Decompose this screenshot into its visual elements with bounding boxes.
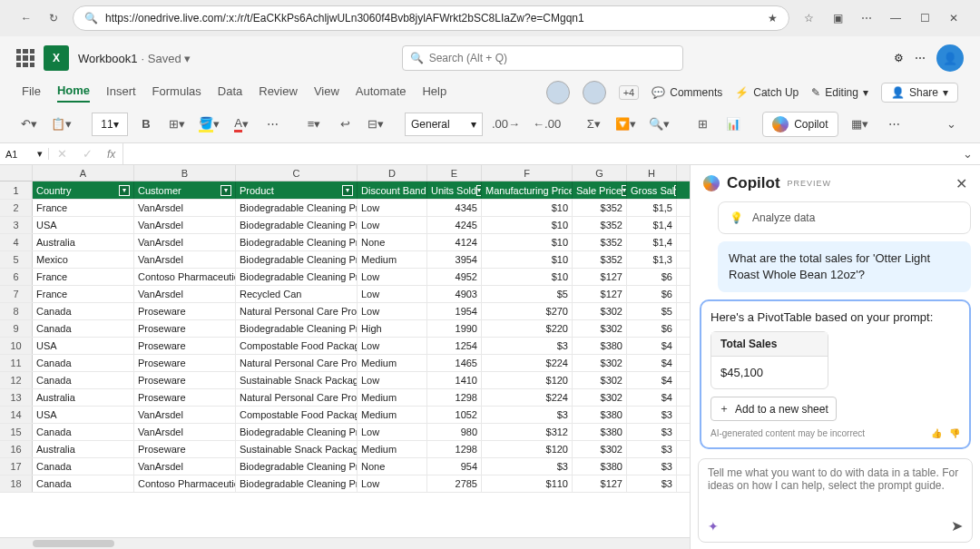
tab-home[interactable]: Home [57, 83, 90, 103]
cell[interactable]: $302 [573, 303, 627, 319]
cell[interactable]: Medium [358, 389, 427, 406]
cell[interactable]: $352 [573, 251, 627, 268]
col-header-F[interactable]: F [482, 165, 573, 181]
cell[interactable]: Canada [33, 355, 134, 371]
cell[interactable]: 4903 [427, 286, 482, 302]
filter-icon[interactable]: ▾ [119, 185, 130, 196]
header-cell[interactable]: Country▾ [33, 181, 134, 199]
cell[interactable]: Biodegradable Cleaning Products [236, 217, 358, 233]
share-button[interactable]: 👤 Share ▾ [881, 83, 958, 103]
row-header[interactable]: 18 [0, 475, 33, 492]
cell[interactable]: VanArsdel [134, 251, 236, 268]
wrap-text-button[interactable]: ↩ [332, 112, 358, 137]
cell[interactable]: 954 [427, 458, 482, 475]
row-header[interactable]: 12 [0, 372, 33, 388]
more-icon[interactable]: ⋯ [915, 52, 926, 64]
cell[interactable]: $352 [573, 200, 627, 216]
cell[interactable]: VanArsdel [134, 217, 236, 233]
cell[interactable]: High [358, 320, 427, 337]
collapse-ribbon-button[interactable]: ⌄ [938, 112, 964, 137]
cell[interactable]: Canada [33, 475, 134, 492]
sort-filter-button[interactable]: 🔽▾ [612, 112, 640, 137]
font-size-input[interactable]: 11 ▾ [92, 113, 128, 136]
font-color-button[interactable]: A▾ [229, 112, 254, 137]
cell[interactable]: Compostable Food Packaging [236, 338, 358, 354]
cell[interactable]: $224 [482, 355, 573, 371]
tab-view[interactable]: View [314, 84, 339, 102]
close-window-icon[interactable]: ✕ [946, 10, 962, 26]
cell[interactable]: Medium [358, 251, 427, 268]
cell[interactable]: Medium [358, 355, 427, 371]
cell[interactable]: Medium [358, 407, 427, 423]
tab-automate[interactable]: Automate [356, 84, 407, 102]
row-header[interactable]: 11 [0, 355, 33, 371]
cell[interactable]: Canada [33, 372, 134, 388]
tab-insert[interactable]: Insert [106, 84, 136, 102]
thumbs-up-icon[interactable]: 👍 [931, 428, 942, 438]
row-header[interactable]: 9 [0, 320, 33, 337]
comments-button[interactable]: 💬 Comments [652, 86, 722, 99]
cell[interactable]: 1954 [427, 303, 482, 319]
cell[interactable]: $352 [573, 234, 627, 250]
cell[interactable]: $3 [627, 407, 677, 423]
cell[interactable]: Low [358, 269, 427, 285]
cell[interactable]: $6 [627, 269, 677, 285]
cell[interactable]: $3 [482, 338, 573, 354]
app-launcher-icon[interactable] [16, 49, 34, 67]
cell[interactable]: Biodegradable Cleaning Products [236, 234, 358, 250]
copilot-prompt-input[interactable] [708, 466, 963, 510]
cell[interactable]: 3954 [427, 251, 482, 268]
cell[interactable]: VanArsdel [134, 286, 236, 302]
cell[interactable]: $4 [627, 355, 677, 371]
cell[interactable]: $302 [573, 441, 627, 457]
row-header[interactable]: 2 [0, 200, 33, 216]
cell[interactable]: France [33, 286, 134, 302]
cell[interactable]: 1465 [427, 355, 482, 371]
cell[interactable]: USA [33, 217, 134, 233]
row-header[interactable]: 4 [0, 234, 33, 250]
horizontal-scrollbar[interactable] [0, 537, 690, 549]
collections-icon[interactable]: ▣ [829, 10, 846, 26]
cell[interactable]: Canada [33, 303, 134, 319]
col-header-E[interactable]: E [427, 165, 482, 181]
cell[interactable]: Australia [33, 234, 134, 250]
cell[interactable]: $10 [482, 269, 573, 285]
cell[interactable]: $120 [482, 441, 573, 457]
cell[interactable]: $127 [573, 475, 627, 492]
cell[interactable]: $1,4 [627, 234, 677, 250]
send-icon[interactable]: ➤ [951, 517, 963, 534]
cell[interactable]: $380 [573, 407, 627, 423]
cell[interactable]: $4 [627, 389, 677, 406]
cell[interactable]: Low [358, 338, 427, 354]
row-header[interactable]: 16 [0, 441, 33, 457]
more-commands-button[interactable]: ⋯ [882, 112, 907, 137]
editing-mode-button[interactable]: ✎ Editing ▾ [811, 86, 868, 99]
copilot-ribbon-button[interactable]: Copilot [762, 112, 838, 137]
row-header[interactable]: 7 [0, 286, 33, 302]
settings-icon[interactable]: ⚙ [894, 52, 904, 64]
tab-data[interactable]: Data [218, 84, 242, 102]
cell[interactable]: $4 [627, 372, 677, 388]
filter-icon[interactable]: ▾ [674, 185, 677, 196]
formula-input[interactable] [122, 143, 955, 164]
cell[interactable]: Biodegradable Cleaning Products [236, 458, 358, 475]
cell[interactable]: 1990 [427, 320, 482, 337]
row-header[interactable]: 13 [0, 389, 33, 406]
cell[interactable]: 980 [427, 424, 482, 440]
cell[interactable]: $380 [573, 424, 627, 440]
col-header-G[interactable]: G [573, 165, 627, 181]
cell[interactable]: $6 [627, 286, 677, 302]
cell[interactable]: $224 [482, 389, 573, 406]
analyze-data-card[interactable]: 💡 Analyze data [718, 201, 971, 234]
cell[interactable]: $3 [482, 407, 573, 423]
cell[interactable]: 2785 [427, 475, 482, 492]
row-header[interactable]: 10 [0, 338, 33, 354]
cell[interactable]: Low [358, 372, 427, 388]
favorite-icon[interactable]: ★ [768, 12, 778, 25]
cell[interactable]: $380 [573, 458, 627, 475]
number-format-dropdown[interactable]: General▾ [405, 113, 483, 136]
tab-review[interactable]: Review [259, 84, 298, 102]
cell[interactable]: Proseware [134, 372, 236, 388]
close-pane-icon[interactable]: ✕ [956, 175, 967, 192]
fill-color-button[interactable]: 🪣▾ [195, 112, 223, 137]
